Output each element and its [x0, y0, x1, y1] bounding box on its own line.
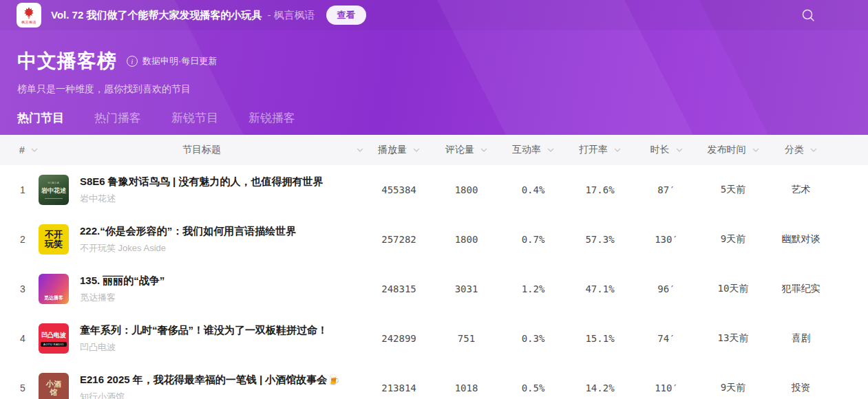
table-row[interactable]: 5 小酒 馆 E216 2025 年，我花得最幸福的一笔钱 | 小酒馆故事会🍺 …: [0, 363, 868, 399]
sort-chevron-icon[interactable]: [547, 148, 554, 152]
episode-title[interactable]: 222.“你是会形容的”：我们如何用言语描绘世界: [80, 225, 296, 238]
episode-title[interactable]: E216 2025 年，我花得最幸福的一笔钱 | 小酒馆故事会🍺: [80, 374, 340, 387]
cover-title-text: 玩笑: [45, 239, 63, 249]
open-rate-value: 17.6%: [567, 184, 633, 195]
sort-chevron-icon[interactable]: [614, 148, 621, 152]
podcast-name[interactable]: 知行小酒馆: [80, 391, 340, 399]
published-value: 9天前: [699, 382, 767, 394]
search-button[interactable]: [796, 3, 820, 27]
column-header-duration[interactable]: 时长: [633, 135, 699, 165]
published-value: 9天前: [699, 233, 767, 246]
tab-new-podcasts[interactable]: 新锐播客: [248, 110, 295, 126]
page-title: 中文播客榜: [17, 48, 117, 74]
duration-value: 96′: [633, 283, 699, 294]
category-value: 投资: [767, 382, 835, 394]
podcast-name[interactable]: 不开玩笑 Jokes Aside: [80, 242, 296, 255]
category-value: 犯罪纪实: [767, 283, 835, 295]
category-value: 幽默对谈: [767, 233, 835, 246]
tab-hot-podcasts[interactable]: 热门播客: [94, 110, 141, 126]
cover-brand-text: GIADA: [47, 181, 59, 184]
cover-title-text: 觅达播客: [44, 294, 63, 301]
cover-title-text: 凹凸电波: [41, 331, 66, 340]
podcast-name[interactable]: 凹凸电波: [80, 341, 328, 354]
cover-divider: [45, 198, 63, 199]
announcement-text: Vol. 72 我们做了个能帮大家发现播客的小玩具: [51, 9, 262, 22]
table-row[interactable]: 1 GIADA 岩中花述 S8E6 鲁豫对话鸟鸟 | 没有魅力的人，也值得拥有世…: [0, 165, 868, 215]
column-label-comments: 评论量: [445, 144, 474, 156]
sort-chevron-icon[interactable]: [676, 148, 683, 152]
info-icon[interactable]: i: [127, 56, 138, 67]
episode-title[interactable]: 135. 丽丽的“战争”: [80, 274, 165, 288]
sort-chevron-icon[interactable]: [357, 148, 363, 152]
logo-caption: 枫言枫语: [21, 21, 36, 24]
column-label-category: 分类: [785, 144, 804, 156]
maple-leaf-icon: [22, 6, 36, 20]
podcast-cover[interactable]: 凹凸电波 AOTU RADIO: [39, 323, 69, 354]
column-header-title[interactable]: 节目标题: [39, 135, 365, 165]
plays-value: 455384: [365, 184, 433, 195]
cover-title-text: 小酒: [46, 380, 61, 388]
site-logo[interactable]: 枫言枫语: [17, 3, 41, 28]
podcast-cover[interactable]: 觅达播客: [39, 274, 69, 304]
comments-value: 3031: [433, 283, 500, 294]
data-note[interactable]: 数据申明·每日更新: [142, 55, 217, 67]
plays-value: 248315: [365, 283, 433, 294]
duration-value: 74′: [633, 333, 699, 344]
column-header-interaction[interactable]: 互动率: [500, 135, 567, 165]
column-header-plays[interactable]: 播放量: [365, 135, 433, 165]
ranking-table: 1 GIADA 岩中花述 S8E6 鲁豫对话鸟鸟 | 没有魅力的人，也值得拥有世…: [0, 165, 868, 399]
sort-chevron-icon[interactable]: [752, 148, 759, 152]
rank-number: 5: [0, 382, 39, 393]
tab-hot-episodes[interactable]: 热门节目: [17, 110, 64, 126]
interaction-value: 1.2%: [500, 283, 567, 294]
open-rate-value: 15.1%: [567, 333, 633, 344]
column-label-open-rate: 打开率: [579, 144, 608, 156]
column-header-open-rate[interactable]: 打开率: [567, 135, 633, 165]
view-button[interactable]: 查看: [326, 6, 366, 25]
interaction-value: 0.3%: [500, 333, 567, 344]
announcement-source: - 枫言枫语: [267, 9, 315, 22]
episode-title[interactable]: S8E6 鲁豫对话鸟鸟 | 没有魅力的人，也值得拥有世界: [80, 175, 323, 188]
sort-chevron-icon[interactable]: [31, 148, 38, 152]
duration-value: 110′: [633, 382, 699, 393]
open-rate-value: 57.3%: [567, 234, 633, 245]
sort-chevron-icon[interactable]: [810, 148, 817, 152]
column-label-published: 发布时间: [708, 144, 746, 156]
podcast-cover[interactable]: 小酒 馆: [39, 373, 69, 399]
tab-new-episodes[interactable]: 新锐节目: [171, 110, 218, 126]
plays-value: 213814: [365, 382, 433, 393]
episode-title[interactable]: 童年系列：儿时“奢侈品”！谁没为了一双板鞋拼过命！: [80, 324, 328, 337]
column-label-interaction: 互动率: [512, 144, 541, 156]
podcast-name[interactable]: 岩中花述: [80, 193, 323, 205]
sort-chevron-icon[interactable]: [480, 148, 487, 152]
comments-value: 1800: [433, 234, 500, 245]
comments-value: 1800: [433, 184, 500, 195]
cover-title-text: 不开: [45, 230, 63, 239]
table-header: # 节目标题 播放量 评论量 互动率 打开率 时长 发布时间 分类: [0, 135, 868, 165]
cover-title-text: 岩中花述: [41, 186, 66, 195]
table-row[interactable]: 2 不开 玩笑 222.“你是会形容的”：我们如何用言语描绘世界 不开玩笑 Jo…: [0, 215, 868, 264]
rank-number: 1: [0, 184, 39, 195]
category-value: 艺术: [767, 184, 835, 196]
podcast-name[interactable]: 觅达播客: [80, 292, 165, 304]
podcast-cover[interactable]: GIADA 岩中花述: [39, 175, 69, 205]
duration-value: 87′: [633, 184, 699, 195]
column-header-comments[interactable]: 评论量: [433, 135, 500, 165]
cover-title-text: 馆: [50, 388, 58, 396]
sort-chevron-icon[interactable]: [413, 148, 420, 152]
column-label-plays: 播放量: [378, 144, 407, 156]
column-header-published[interactable]: 发布时间: [699, 135, 767, 165]
column-header-rank[interactable]: #: [0, 135, 39, 165]
podcast-cover[interactable]: 不开 玩笑: [39, 224, 69, 255]
plays-value: 242899: [365, 333, 433, 344]
column-header-category[interactable]: 分类: [767, 135, 835, 165]
table-row[interactable]: 4 凹凸电波 AOTU RADIO 童年系列：儿时“奢侈品”！谁没为了一双板鞋拼…: [0, 314, 868, 363]
masthead: 枫言枫语 Vol. 72 我们做了个能帮大家发现播客的小玩具 - 枫言枫语 查看…: [0, 0, 868, 135]
open-rate-value: 14.2%: [567, 382, 633, 393]
open-rate-value: 47.1%: [567, 283, 633, 294]
page-subtitle: 榜单只是一种维度，愿你找到喜欢的节目: [17, 83, 868, 96]
interaction-value: 0.5%: [500, 382, 567, 393]
comments-value: 1018: [433, 382, 500, 393]
interaction-value: 0.4%: [500, 184, 567, 195]
table-row[interactable]: 3 觅达播客 135. 丽丽的“战争” 觅达播客 248315 3031 1.2…: [0, 264, 868, 314]
